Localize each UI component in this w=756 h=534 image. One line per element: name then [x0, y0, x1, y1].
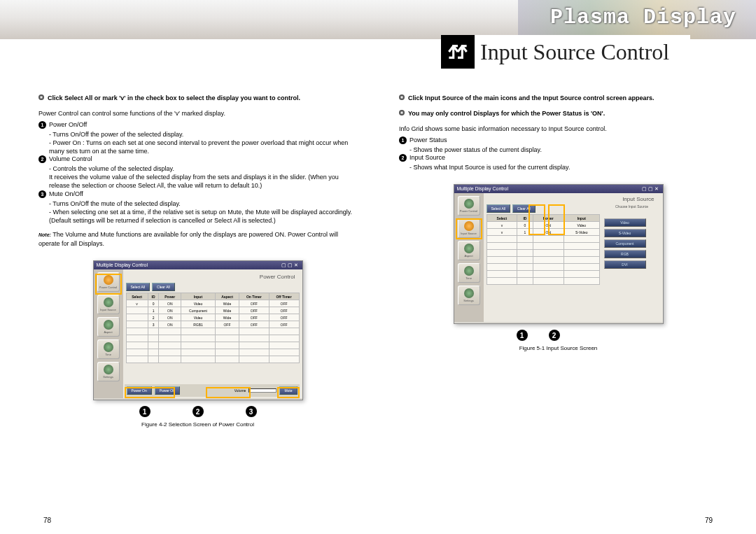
sidebar-button[interactable]: Input Source — [97, 295, 120, 314]
callout-1: 1 — [139, 406, 150, 417]
item-title: Input Source — [410, 154, 445, 162]
table-cell: v — [126, 300, 148, 307]
right-note1-text: Click Input Source of the main icons and… — [408, 94, 654, 102]
bullet-icon — [399, 94, 405, 100]
source-button[interactable]: Video — [604, 218, 646, 227]
table-cell: OFF — [239, 314, 269, 321]
table-cell: 1 — [148, 307, 159, 314]
sidebar-button[interactable]: Settings — [97, 362, 120, 381]
table-cell — [181, 328, 216, 335]
note-label: Note: — [38, 232, 51, 237]
source-button[interactable]: S-Video — [604, 229, 646, 237]
sidebar-button[interactable]: Time — [97, 339, 120, 359]
num-icon: 2 — [38, 155, 46, 163]
sidebar-button[interactable]: Aspect — [458, 241, 480, 260]
clear-all-button[interactable]: Clear All — [152, 283, 175, 291]
source-button[interactable]: DVI — [604, 260, 646, 269]
callout-3: 3 — [246, 406, 257, 417]
table-cell: Wide — [215, 300, 239, 307]
table-header: Off Timer — [269, 293, 299, 300]
table-cell — [239, 349, 269, 356]
table-row — [486, 236, 599, 243]
numbered-item: 1Power On/Off — [38, 121, 357, 129]
table-cell — [181, 349, 216, 356]
table-header: Input — [564, 215, 599, 222]
select-all-button[interactable]: Select All — [126, 283, 150, 291]
sidebar-button[interactable]: Power Control — [458, 196, 480, 216]
item-line: - When selecting one set at a time, if t… — [49, 208, 357, 225]
table-cell — [159, 342, 181, 349]
highlight-box — [277, 387, 300, 398]
table-row — [126, 356, 299, 363]
sidebar-button[interactable]: Time — [458, 263, 480, 283]
source-button[interactable]: RGB — [604, 250, 646, 258]
section-title: Input Source Control — [480, 39, 669, 65]
sidebar-icon — [104, 342, 113, 352]
table-row: v0ONVideoWideOFFOFF — [126, 300, 299, 307]
table-row — [486, 271, 599, 278]
num-icon: 1 — [399, 136, 407, 144]
table-cell — [126, 335, 148, 342]
table-cell — [486, 250, 517, 257]
table-cell — [533, 250, 564, 257]
table-row — [486, 250, 599, 257]
table-cell — [269, 328, 299, 335]
sidebar-icon — [464, 288, 474, 298]
table-cell — [181, 342, 216, 349]
highlight-box — [528, 204, 545, 235]
callouts-row: 1 2 3 — [93, 406, 303, 417]
highlight-box — [206, 387, 251, 398]
table-cell — [486, 278, 517, 285]
table-header: On Timer — [239, 293, 269, 300]
mock-window-titlebar: Multiple Display Control ▢▢✕ — [94, 261, 302, 269]
callout-2: 2 — [192, 406, 204, 417]
table-cell: OFF — [215, 321, 239, 328]
highlight-box — [548, 204, 565, 235]
screen-label: Power Control — [126, 272, 300, 281]
table-cell — [269, 356, 299, 363]
select-all-button[interactable]: Select All — [486, 204, 511, 213]
table-cell — [533, 243, 564, 250]
sidebar-icon — [464, 199, 474, 209]
mock-window-titlebar: Multiple Display Control ▢▢✕ — [454, 185, 663, 193]
right-intro: Info Grid shows some basic information n… — [399, 125, 718, 134]
table-row — [486, 243, 599, 250]
left-note-text: Click Select All or mark 'v' in the chec… — [48, 94, 300, 102]
table-cell — [533, 264, 564, 271]
table-cell — [126, 349, 148, 356]
table-row — [486, 278, 599, 285]
left-intro: Power Control can control some functions… — [38, 109, 357, 118]
table-row: 1ONComponentWideOFFOFF — [126, 307, 299, 314]
window-controls-icon: ▢▢✕ — [642, 186, 660, 192]
table-cell — [126, 356, 148, 363]
table-cell: v — [486, 229, 517, 236]
mock-window-power: Multiple Display Control ▢▢✕ Power Contr… — [93, 260, 303, 400]
source-button[interactable]: Component — [604, 239, 646, 248]
table-cell — [564, 236, 599, 243]
mock-sidebar: Power ControlInput SourceAspectTimeSetti… — [454, 193, 484, 322]
table-cell — [564, 250, 599, 257]
table-cell — [564, 271, 599, 278]
sidebar-button[interactable]: Settings — [458, 286, 480, 305]
table-row — [126, 349, 299, 356]
section-icon — [441, 35, 475, 69]
volume-slider[interactable] — [248, 388, 276, 393]
sidebar-button[interactable]: Aspect — [97, 317, 120, 337]
figure-caption: Figure 5-1 Input Source Screen — [454, 345, 664, 351]
header-bar: Plasma Display — [0, 0, 756, 39]
table-cell: Video — [181, 314, 216, 321]
table-cell: OFF — [269, 307, 299, 314]
source-panel: Choose Input Source VideoS-VideoComponen… — [604, 196, 660, 319]
table-cell — [159, 335, 181, 342]
table-cell: ON — [159, 321, 181, 328]
table-cell — [517, 243, 533, 250]
bullet-icon — [38, 94, 44, 100]
item-title: Volume Control — [49, 155, 92, 163]
numbered-item: 2Input Source — [399, 154, 718, 162]
mock-table: SelectIDPowerInputAspectOn TimerOff Time… — [126, 293, 300, 363]
table-row — [126, 328, 299, 335]
table-cell — [486, 264, 517, 271]
right-note2-text: You may only control Displays for which … — [408, 109, 605, 118]
right-note1: Click Input Source of the main icons and… — [399, 94, 718, 102]
table-cell — [533, 278, 564, 285]
